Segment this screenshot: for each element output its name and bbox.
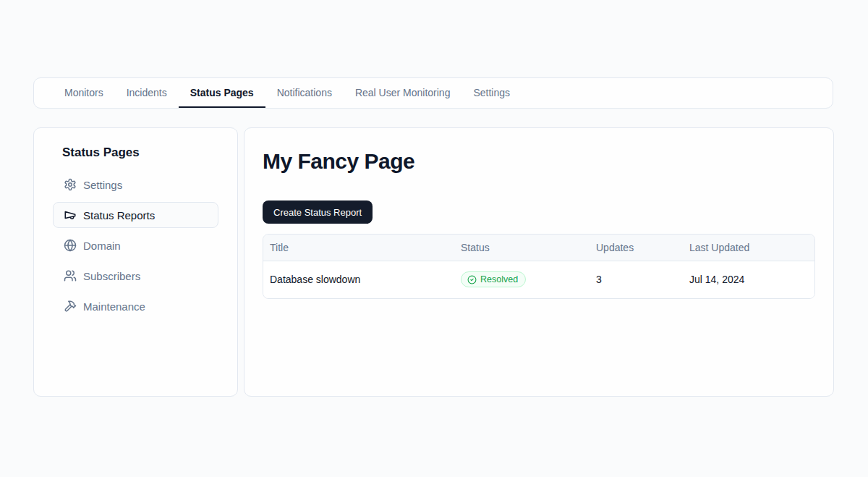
tab-settings[interactable]: Settings: [461, 78, 522, 108]
sidebar-item-label: Maintenance: [83, 300, 145, 313]
status-reports-panel: My Fancy Page Create Status Report Title…: [244, 127, 834, 397]
status-pages-sidebar: Status Pages Settings Status Reports Dom…: [33, 127, 238, 397]
column-header-last-updated: Last Updated: [683, 235, 814, 261]
sidebar-item-subscribers[interactable]: Subscribers: [53, 263, 218, 289]
column-header-title: Title: [263, 235, 454, 261]
page-title: My Fancy Page: [263, 149, 815, 174]
users-icon: [64, 269, 77, 282]
sidebar-item-maintenance[interactable]: Maintenance: [53, 293, 218, 319]
tab-real-user-monitoring[interactable]: Real User Monitoring: [344, 78, 462, 108]
globe-icon: [64, 239, 77, 252]
tab-monitors[interactable]: Monitors: [53, 78, 115, 108]
report-last-updated-cell: Jul 14, 2024: [683, 261, 814, 298]
tab-status-pages[interactable]: Status Pages: [179, 78, 265, 108]
hammer-icon: [64, 300, 77, 313]
sidebar-item-label: Domain: [83, 240, 121, 252]
report-updates-cell: 3: [590, 261, 683, 298]
status-badge-label: Resolved: [480, 274, 518, 284]
report-status-cell: Resolved: [454, 261, 590, 298]
status-badge: Resolved: [461, 271, 526, 287]
table-header-row: Title Status Updates Last Updated: [263, 235, 814, 261]
create-status-report-button[interactable]: Create Status Report: [263, 200, 373, 224]
column-header-updates: Updates: [590, 235, 683, 261]
tab-notifications[interactable]: Notifications: [265, 78, 344, 108]
circle-check-icon: [467, 275, 477, 284]
report-title-cell: Database slowdown: [263, 261, 454, 298]
sidebar-title: Status Pages: [62, 145, 218, 160]
tab-incidents[interactable]: Incidents: [115, 78, 179, 108]
top-nav: Monitors Incidents Status Pages Notifica…: [33, 77, 833, 109]
sidebar-item-label: Settings: [83, 179, 122, 191]
sidebar-item-status-reports[interactable]: Status Reports: [53, 202, 218, 228]
status-reports-table: Title Status Updates Last Updated Databa…: [263, 234, 815, 299]
gear-icon: [64, 178, 77, 191]
column-header-status: Status: [454, 235, 590, 261]
table-row[interactable]: Database slowdown Resolved 3 Jul 14, 202…: [263, 261, 814, 298]
sidebar-item-settings[interactable]: Settings: [53, 172, 218, 198]
sidebar-item-label: Status Reports: [83, 209, 155, 221]
sidebar-item-label: Subscribers: [83, 270, 140, 282]
megaphone-icon: [64, 208, 77, 221]
sidebar-item-domain[interactable]: Domain: [53, 232, 218, 258]
